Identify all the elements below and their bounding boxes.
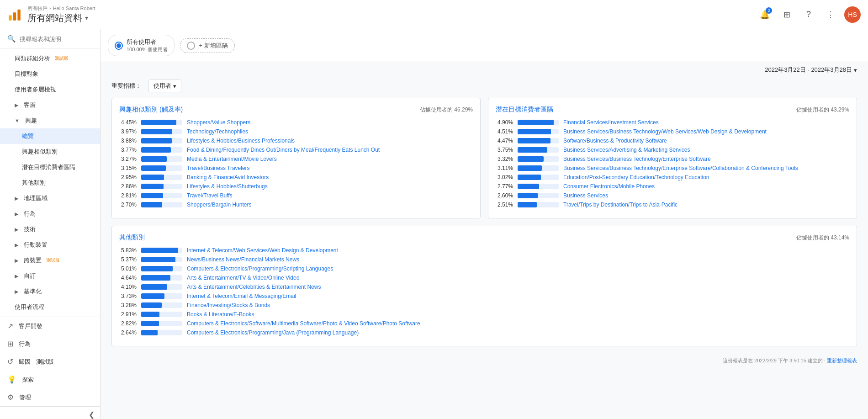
sidebar-item-custom[interactable]: ▶ 自訂 — [0, 268, 100, 284]
bar-fill — [518, 129, 551, 134]
sidebar-item-cross-device[interactable]: ▶ 跨裝置 測試版 — [0, 253, 100, 268]
add-segment-label: + 新增區隔 — [199, 42, 228, 50]
bar-label[interactable]: Business Services/Business Technology/We… — [563, 128, 849, 135]
metric-selector[interactable]: 使用者 ▾ — [148, 80, 181, 92]
bar-label[interactable]: Software/Business & Productivity Softwar… — [563, 138, 849, 144]
bar-label[interactable]: Food & Dining/Frequently Dines Out/Diner… — [187, 147, 473, 153]
bar-row: 2.77% Consumer Electronics/Mobile Phones — [496, 183, 849, 190]
sidebar-item-geo[interactable]: ▶ 地理區域 — [0, 191, 100, 206]
sidebar-item-affinity[interactable]: 興趣相似類別 — [0, 144, 100, 159]
bar-label[interactable]: Business Services/Business Technology/En… — [563, 156, 849, 162]
metric-selector-arrow: ▾ — [173, 83, 176, 90]
search-input[interactable] — [20, 36, 93, 42]
bar-label[interactable]: Education/Post-Secondary Education/Techn… — [563, 174, 849, 180]
avatar[interactable]: HS — [844, 6, 861, 23]
sidebar-item-behavior-main[interactable]: ⊞ 行為 — [0, 335, 100, 353]
bar-row: 2.70% Shoppers/Bargain Hunters — [119, 202, 473, 208]
bar-label[interactable]: Internet & Telecom/Email & Messaging/Ema… — [187, 293, 849, 299]
sidebar-item-cohort[interactable]: 同類群組分析 測試版 — [0, 51, 100, 66]
bar-label[interactable]: Technology/Technophiles — [187, 128, 473, 135]
bar-label[interactable]: Business Services — [563, 192, 849, 199]
date-range-button[interactable]: 2022年3月22日 - 2022年3月28日 ▾ — [765, 66, 857, 74]
bar-label[interactable]: Media & Entertainment/Movie Lovers — [187, 156, 473, 162]
apps-button[interactable]: ⊞ — [778, 6, 795, 23]
bar-label[interactable]: Lifestyles & Hobbies/Shutterbugs — [187, 183, 473, 190]
bar-fill — [518, 156, 544, 162]
arrow-behavior: ▶ — [15, 211, 18, 217]
notification-button[interactable]: 🔔 2 — [757, 6, 773, 23]
breadcrumb-accounts[interactable]: 所有帳戶 — [27, 5, 48, 12]
breadcrumb-account-name[interactable]: Hello Santa Robert — [53, 5, 95, 11]
bar-label[interactable]: Internet & Telecom/Web Services/Web Desi… — [187, 247, 849, 254]
bar-label[interactable]: Banking & Finance/Avid Investors — [187, 174, 473, 180]
site-title[interactable]: 所有網站資料 ▾ — [27, 12, 95, 24]
bar-label[interactable]: Computers & Electronics/Programming/Scri… — [187, 265, 849, 272]
sidebar-item-other[interactable]: 其他類別 — [0, 175, 100, 191]
bar-label[interactable]: Computers & Electronics/Software/Multime… — [187, 320, 849, 327]
bar-pct: 4.51% — [496, 128, 513, 135]
help-button[interactable]: ? — [800, 6, 817, 23]
bar-pct: 3.77% — [119, 147, 137, 153]
sidebar-item-affinity-label: 興趣相似類別 — [22, 148, 58, 156]
bar-label[interactable]: Computers & Electronics/Programming/Java… — [187, 329, 849, 336]
footer-refresh-link[interactable]: 重新整理報表 — [827, 358, 857, 363]
sidebar-badge-cohort: 測試版 — [55, 55, 69, 62]
bar-track — [141, 257, 182, 262]
site-title-text: 所有網站資料 — [27, 12, 82, 24]
sidebar-item-audience[interactable]: 目標對象 — [0, 66, 100, 82]
metric-label: 重要指標： — [111, 82, 141, 90]
bar-track — [518, 156, 559, 162]
sidebar-item-overview[interactable]: 總覽 — [0, 128, 100, 144]
sidebar-item-demographics[interactable]: ▶ 客層 — [0, 97, 100, 113]
bar-row: 2.91% Books & Literature/E-Books — [119, 311, 849, 318]
bar-label[interactable]: Finance/Investing/Stocks & Bonds — [187, 302, 849, 308]
bar-label[interactable]: Travel/Trips by Destination/Trips to Asi… — [563, 202, 849, 208]
bar-label[interactable]: Shoppers/Value Shoppers — [187, 119, 473, 126]
bar-label[interactable]: Business Services/Advertising & Marketin… — [563, 147, 849, 153]
sidebar-item-acquisition[interactable]: ↗ 客戶開發 — [0, 317, 100, 335]
sidebar-item-custom-label: 自訂 — [24, 272, 36, 280]
segment-pill[interactable]: 所有使用者 100.00% 個使用者 — [108, 35, 175, 56]
bar-track — [141, 120, 182, 125]
bar-pct: 2.86% — [119, 183, 137, 190]
bar-fill — [141, 202, 162, 207]
bar-label[interactable]: Consumer Electronics/Mobile Phones — [563, 183, 849, 190]
bar-label[interactable]: Shoppers/Bargain Hunters — [187, 202, 473, 208]
bar-track — [518, 129, 559, 134]
bar-label[interactable]: Arts & Entertainment/TV & Video/Online V… — [187, 275, 849, 281]
bar-pct: 2.70% — [119, 202, 137, 208]
svg-rect-2 — [17, 9, 20, 20]
bar-label[interactable]: Travel/Travel Buffs — [187, 192, 473, 199]
bar-label[interactable]: Arts & Entertainment/Celebrities & Enter… — [187, 284, 849, 290]
sidebar-item-inmarket[interactable]: 潛在目標消費者區隔 — [0, 159, 100, 175]
bar-label[interactable]: News/Business News/Financial Markets New… — [187, 256, 849, 263]
header-title-area: 所有帳戶 › Hello Santa Robert 所有網站資料 ▾ — [27, 5, 95, 24]
bar-pct: 4.90% — [496, 119, 513, 126]
sidebar-item-interests[interactable]: ▼ 興趣 — [0, 113, 100, 128]
bar-label[interactable]: Financial Services/Investment Services — [563, 119, 849, 126]
sidebar-item-user-explorer[interactable]: 使用者多層檢視 — [0, 82, 100, 97]
add-segment-button[interactable]: + 新增區隔 — [180, 38, 234, 53]
bar-label[interactable]: Travel/Business Travelers — [187, 165, 473, 171]
bar-fill — [141, 193, 163, 198]
bar-label[interactable]: Business Services/Business Technology/En… — [563, 165, 849, 171]
sidebar-item-benchmark[interactable]: ▶ 基準化 — [0, 284, 100, 299]
sidebar-item-attribution[interactable]: ↺ 歸因 測試版 — [0, 353, 100, 371]
bar-label[interactable]: Lifestyles & Hobbies/Business Profession… — [187, 138, 473, 144]
bar-pct: 4.10% — [119, 284, 137, 290]
more-button[interactable]: ⋮ — [822, 6, 839, 23]
sidebar-item-admin[interactable]: ⚙ 管理 — [0, 388, 100, 406]
sidebar-item-behavior[interactable]: ▶ 行為 — [0, 206, 100, 222]
bar-track — [141, 266, 182, 271]
date-range-arrow: ▾ — [854, 67, 857, 74]
bar-row: 5.83% Internet & Telecom/Web Services/We… — [119, 247, 849, 254]
top-cards-row: 興趣相似類別 (觸及率) 佔據使用者的 46.29% 4.45% Shopper… — [101, 98, 868, 226]
segment-info-area: 所有使用者 100.00% 個使用者 — [127, 38, 168, 53]
sidebar-badge-cross: 測試版 — [46, 257, 60, 264]
collapse-sidebar-button[interactable]: ❮ — [89, 410, 95, 419]
sidebar-item-explore[interactable]: 💡 探索 — [0, 371, 100, 388]
sidebar-item-user-flow[interactable]: 使用者流程 — [0, 299, 100, 315]
bar-label[interactable]: Books & Literature/E-Books — [187, 311, 849, 318]
sidebar-item-technology[interactable]: ▶ 技術 — [0, 222, 100, 237]
sidebar-item-mobile[interactable]: ▶ 行動裝置 — [0, 237, 100, 253]
